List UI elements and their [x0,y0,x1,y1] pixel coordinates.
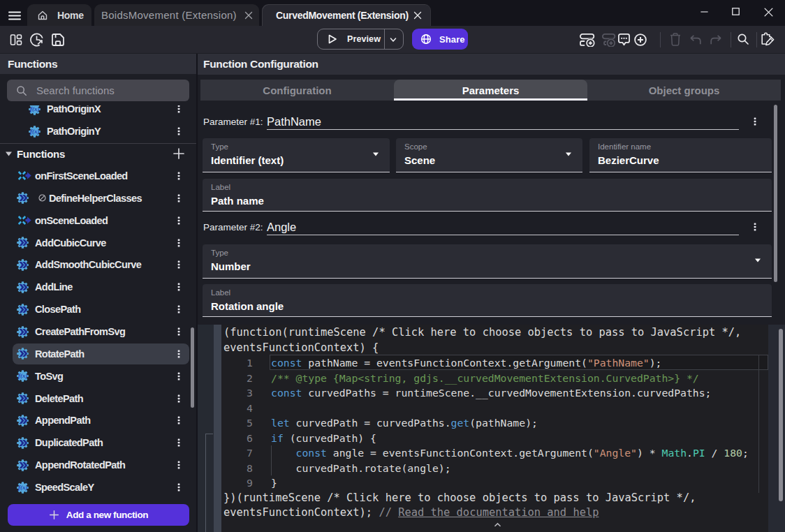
tab-boidsmovement-close-icon[interactable] [244,11,253,20]
function-item-tosvg[interactable]: ToSvg [0,365,196,387]
parameter-2-name-input[interactable]: Angle [267,221,296,234]
tab-curvedmovement-close-icon[interactable] [413,11,422,20]
item-menu-kebab-icon[interactable] [174,304,184,314]
delete-icon[interactable] [670,33,681,46]
parameter-1-name-underline [267,129,739,130]
share-button[interactable]: Share [412,29,468,50]
function-item-appendpath[interactable]: AppendPath [0,409,196,431]
item-menu-kebab-icon[interactable] [174,260,184,269]
function-item-closepath[interactable]: ClosePath [0,298,196,320]
plus-icon [49,510,59,520]
parameter-1-name-input[interactable]: PathName [267,115,321,128]
window-maximize-button[interactable] [732,8,740,15]
edit-extension-icon[interactable] [761,32,776,47]
hamburger-menu-icon[interactable] [8,11,21,20]
item-menu-kebab-icon[interactable] [174,415,184,425]
function-item-addline[interactable]: AddLine [0,276,196,298]
add-function-plus-icon[interactable] [173,147,185,160]
item-menu-kebab-icon[interactable] [174,327,184,337]
function-item-duplicatedpath[interactable]: DuplicatedPath [0,431,196,454]
code-line-1: 1const pathName = eventsFunctionContext.… [221,355,768,371]
item-menu-kebab-icon[interactable] [174,438,184,448]
parameter-2-label-input[interactable]: Label Rotation angle [203,284,772,317]
tab-curvedmovement[interactable]: CurvedMovement (Extension) [262,4,431,26]
function-item-appendrotatedpath[interactable]: AppendRotatedPath [0,454,196,476]
collapse-triangle-icon[interactable] [6,152,12,156]
function-item-pathoriginy[interactable]: PathOriginY [0,120,196,142]
parameter-1-menu-icon[interactable] [750,117,760,126]
history-icon[interactable] [30,33,44,47]
add-function-button[interactable]: Add a new function [8,504,189,526]
function-item-label: DuplicatedPath [35,437,103,448]
preview-button[interactable]: Preview [317,29,404,50]
item-menu-kebab-icon[interactable] [174,193,184,203]
function-item-definehelperclasses[interactable]: DefineHelperClasses [0,187,196,209]
function-item-pathoriginx[interactable]: PathOriginX [0,105,196,120]
events-bracket [205,434,206,532]
js-code-editor[interactable]: (function(runtimeScene /* Click here to … [221,325,768,532]
function-item-deletepath[interactable]: DeletePath [0,387,196,410]
function-item-label: AppendPath [35,415,90,426]
parameter-1-label-input[interactable]: Label Path name [203,179,772,212]
item-menu-kebab-icon[interactable] [174,126,184,136]
event-drag-handle[interactable] [214,325,221,532]
globe-icon [420,34,432,45]
line-number: 8 [221,461,253,476]
item-menu-kebab-icon[interactable] [174,282,184,292]
function-item-createpathfromsvg[interactable]: CreatePathFromSvg [0,320,196,343]
function-item-addsmoothcubiccurve[interactable]: AddSmoothCubicCurve [0,253,196,276]
save-icon[interactable] [52,34,64,46]
function-item-addcubiccurve[interactable]: AddCubicCurve [0,232,196,254]
play-icon [327,34,338,45]
tab-home[interactable]: Home [27,4,91,26]
item-menu-kebab-icon[interactable] [174,238,184,248]
function-item-label: ToSvg [35,371,63,382]
add-event-icon[interactable] [580,34,596,47]
function-item-onfirstsceneloaded[interactable]: onFirstSceneLoaded [0,165,196,187]
tab-boidsmovement[interactable]: BoidsMovement (Extension) [94,4,259,26]
dropdown-caret-icon [372,150,380,158]
tab-parameters[interactable]: Parameters [394,80,587,101]
events-scrollbar[interactable] [779,329,783,501]
function-item-speedscaley[interactable]: SpeedScaleY [0,476,196,498]
window-minimize-button[interactable] [700,7,708,17]
parameter-1-scope-select[interactable]: Scope Scene [396,138,582,172]
item-menu-kebab-icon[interactable] [174,105,184,114]
preview-dropdown-chevron-icon[interactable] [389,36,397,44]
line-number: 3 [221,385,253,401]
parameter-2-type-select[interactable]: Type Number [203,244,772,279]
code-line-8: 8 curvedPath.rotate(angle); [221,461,768,476]
private-icon [38,194,46,202]
field-value: Number [211,260,251,272]
item-menu-kebab-icon[interactable] [174,216,184,226]
open-panels-icon[interactable] [10,34,22,46]
function-item-onsceneloaded[interactable]: onSceneLoaded [0,209,196,232]
undo-icon[interactable] [690,35,701,45]
redo-icon[interactable] [710,35,721,45]
add-subevent-icon[interactable] [601,34,617,47]
item-menu-kebab-icon[interactable] [174,460,184,470]
item-menu-kebab-icon[interactable] [174,171,184,181]
function-item-rotatepath[interactable]: RotatePath [0,343,196,365]
tab-object-groups[interactable]: Object groups [587,80,781,101]
function-expression-icon [29,126,41,138]
parameter-2-menu-icon[interactable] [750,222,760,232]
parameter-1-type-select[interactable]: Type Identifier (text) [203,138,390,172]
add-circle-icon[interactable] [634,34,647,46]
item-menu-kebab-icon[interactable] [174,371,184,381]
add-comment-icon[interactable] [618,34,630,46]
search-functions-input[interactable]: Search functions [7,80,189,101]
tab-configuration[interactable]: Configuration [200,80,394,101]
item-menu-kebab-icon[interactable] [174,482,184,492]
parameters-scrollbar[interactable] [774,105,777,282]
sidebar-section-functions[interactable]: Functions [0,142,196,165]
function-item-label: DefineHelperClasses [49,193,142,204]
sidebar-scrollbar[interactable] [191,327,194,408]
parameter-1-identifier-input[interactable]: Identifier name BezierCurve [589,138,772,172]
search-events-icon[interactable] [737,33,749,45]
item-menu-kebab-icon[interactable] [174,394,184,404]
window-close-button[interactable] [764,8,773,17]
function-item-label: AddCubicCurve [35,237,106,249]
item-menu-kebab-icon[interactable] [174,349,184,359]
parameter-1-label: Parameter #1: [203,117,263,127]
